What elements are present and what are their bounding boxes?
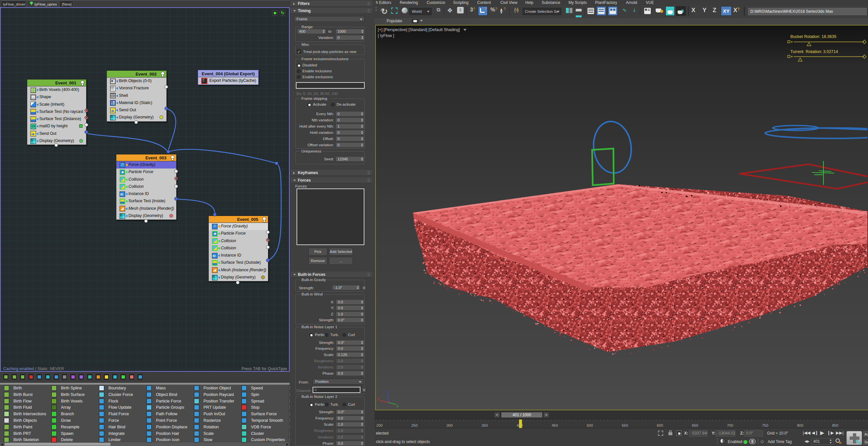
svg-text:y: y	[397, 404, 398, 408]
svg-text:x: x	[378, 397, 379, 401]
svg-text:z: z	[386, 390, 388, 393]
